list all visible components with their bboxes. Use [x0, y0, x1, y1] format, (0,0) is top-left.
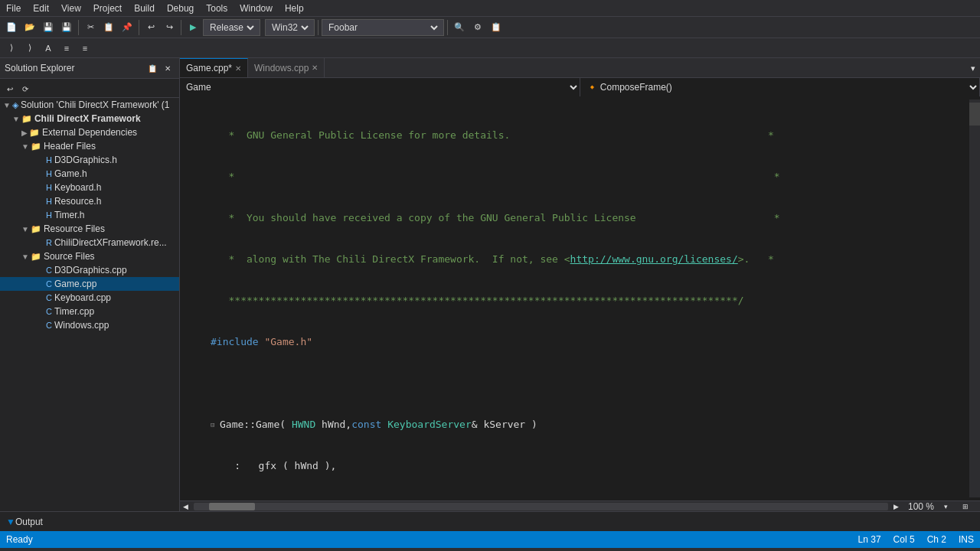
- project-expand-arrow[interactable]: ▼: [12, 115, 20, 123]
- method-dropdown[interactable]: 🔸 ComposeFrame(): [580, 78, 981, 96]
- header-files-node[interactable]: ▼ 📁 Header Files: [0, 139, 179, 153]
- timer-cpp-item[interactable]: C Timer.cpp: [0, 305, 179, 318]
- windows-cpp-item[interactable]: C Windows.cpp: [0, 318, 179, 332]
- collapse-btn[interactable]: ⊟: [211, 418, 218, 432]
- paste-button[interactable]: 📌: [119, 19, 136, 36]
- code-line: #include "Game.h": [211, 335, 969, 349]
- timer-h-icon: H: [46, 210, 52, 220]
- chili-rc-icon: R: [46, 238, 52, 247]
- menu-build[interactable]: Build: [128, 2, 161, 15]
- scroll-right-button[interactable]: ▶: [891, 501, 902, 512]
- tb2-btn3[interactable]: A: [40, 40, 57, 57]
- se-close-button[interactable]: ✕: [161, 61, 175, 75]
- project-select[interactable]: Foobar: [325, 21, 440, 34]
- headerfiles-label: Header Files: [44, 141, 96, 152]
- ln-blank: [180, 239, 204, 253]
- menu-project[interactable]: Project: [87, 2, 128, 15]
- resourcefiles-label: Resource Files: [44, 223, 105, 234]
- save-all-button[interactable]: 💾: [58, 19, 75, 36]
- chili-rc-item[interactable]: R ChiliDirectXFramework.re...: [0, 236, 179, 249]
- menubar: File Edit View Project Build Debug Tools…: [0, 0, 980, 17]
- tab-game-cpp-close[interactable]: ✕: [235, 64, 241, 73]
- start-debug-button[interactable]: ▶: [185, 19, 201, 36]
- find-button[interactable]: 🔍: [451, 19, 468, 36]
- resourcefiles-arrow[interactable]: ▼: [21, 225, 29, 233]
- statusbar: Ready Ln 37 Col 5 Ch 2 INS: [0, 531, 980, 548]
- zoom-level: 100 %: [908, 501, 934, 512]
- se-tb-btn1[interactable]: ↩: [3, 82, 17, 96]
- keyboard-cpp-icon: C: [46, 293, 52, 302]
- right-scrollbar[interactable]: [969, 99, 980, 497]
- scrollbar-thumb[interactable]: [969, 103, 980, 126]
- ln-blank: [180, 294, 204, 308]
- tb2-btn1[interactable]: ⟩: [3, 40, 20, 57]
- editor-dropdown-button[interactable]: ▾: [966, 58, 980, 78]
- sourcefiles-arrow[interactable]: ▼: [21, 253, 29, 261]
- menu-view[interactable]: View: [55, 2, 87, 15]
- menu-help[interactable]: Help: [279, 2, 310, 15]
- platform-select[interactable]: Win32 x64: [269, 21, 311, 34]
- keyboard-h-item[interactable]: H Keyboard.h: [0, 181, 179, 194]
- windows-cpp-icon: C: [46, 321, 52, 330]
- se-tb-btn2[interactable]: ⟳: [18, 82, 32, 96]
- build-config-dropdown[interactable]: Release Debug: [203, 19, 260, 36]
- menu-window[interactable]: Window: [234, 2, 279, 15]
- class-dropdown[interactable]: Game: [180, 78, 580, 96]
- output-panel: ▼ Output: [0, 511, 980, 531]
- output-label[interactable]: Output: [15, 517, 43, 527]
- game-cpp-item[interactable]: C Game.cpp: [0, 277, 179, 291]
- build-config-select[interactable]: Release Debug: [207, 21, 256, 34]
- scroll-left-button[interactable]: ◀: [180, 501, 191, 512]
- timer-h-item[interactable]: H Timer.h: [0, 208, 179, 222]
- ln-blank: [180, 184, 204, 197]
- tab-windows-cpp[interactable]: Windows.cpp ✕: [248, 58, 325, 77]
- resource-files-node[interactable]: ▼ 📁 Resource Files: [0, 222, 179, 236]
- redo-button[interactable]: ↪: [161, 19, 178, 36]
- undo-button[interactable]: ↩: [142, 19, 159, 36]
- menu-tools[interactable]: Tools: [200, 2, 234, 15]
- tab-game-cpp[interactable]: Game.cpp* ✕: [180, 58, 248, 77]
- open-file-button[interactable]: 📂: [21, 19, 38, 36]
- tab-windows-cpp-close[interactable]: ✕: [312, 64, 318, 72]
- code-content[interactable]: * GNU General Public License for more de…: [211, 99, 969, 497]
- keyboard-cpp-item[interactable]: C Keyboard.cpp: [0, 291, 179, 305]
- project-dropdown[interactable]: Foobar: [322, 19, 444, 36]
- cut-button[interactable]: ✂: [82, 19, 99, 36]
- separator: [318, 20, 318, 35]
- resource-h-icon: H: [46, 197, 52, 206]
- source-files-node[interactable]: ▼ 📁 Source Files: [0, 249, 179, 263]
- external-deps-node[interactable]: ▶ 📁 External Dependencies: [0, 126, 179, 139]
- code-line: * along with The Chili DirectX Framework…: [211, 253, 969, 266]
- code-text: * along with The Chili DirectX Framework…: [211, 253, 774, 266]
- horizontal-scrollbar[interactable]: ◀ ▶ 100 % ▾ ⊞: [180, 500, 980, 511]
- properties-button[interactable]: 📋: [488, 19, 505, 36]
- solution-node[interactable]: ▼ ◈ Solution 'Chili DirectX Framework' (…: [0, 98, 179, 112]
- tb2-btn4[interactable]: ≡: [58, 40, 75, 57]
- settings-button[interactable]: ⚙: [469, 19, 486, 36]
- se-props-button[interactable]: 📋: [145, 61, 159, 75]
- se-toolbar: 📋 ✕: [145, 61, 175, 75]
- menu-edit[interactable]: Edit: [27, 2, 55, 15]
- project-node[interactable]: ▼ 📁 Chili DirectX Framework: [0, 112, 179, 126]
- save-button[interactable]: 💾: [40, 19, 57, 36]
- code-text: * You should have received a copy of the…: [211, 211, 780, 225]
- tb2-btn5[interactable]: ≡: [77, 40, 93, 57]
- d3dgraphics-cpp-item[interactable]: C D3DGraphics.cpp: [0, 263, 179, 277]
- extdeps-arrow[interactable]: ▶: [21, 129, 28, 137]
- game-h-item[interactable]: H Game.h: [0, 167, 179, 181]
- menu-debug[interactable]: Debug: [161, 2, 200, 15]
- headerfiles-arrow[interactable]: ▼: [21, 142, 29, 151]
- menu-file[interactable]: File: [0, 2, 27, 15]
- d3dgraphics-h-item[interactable]: H D3DGraphics.h: [0, 153, 179, 167]
- solution-explorer: Solution Explorer 📋 ✕ ↩ ⟳ ▼ ◈ Solution '…: [0, 58, 180, 511]
- tab-game-cpp-label: Game.cpp*: [186, 63, 232, 73]
- d3dgraphics-h-label: D3DGraphics.h: [54, 155, 117, 165]
- platform-dropdown[interactable]: Win32 x64: [265, 19, 315, 36]
- new-file-button[interactable]: 📄: [3, 19, 20, 36]
- copy-button[interactable]: 📋: [100, 19, 117, 36]
- hscrollbar-thumb[interactable]: [209, 503, 255, 510]
- resource-h-item[interactable]: H Resource.h: [0, 194, 179, 208]
- solution-expand-arrow[interactable]: ▼: [3, 101, 11, 109]
- code-area[interactable]: * GNU General Public License for more de…: [180, 96, 980, 500]
- tb2-btn2[interactable]: ⟩: [21, 40, 38, 57]
